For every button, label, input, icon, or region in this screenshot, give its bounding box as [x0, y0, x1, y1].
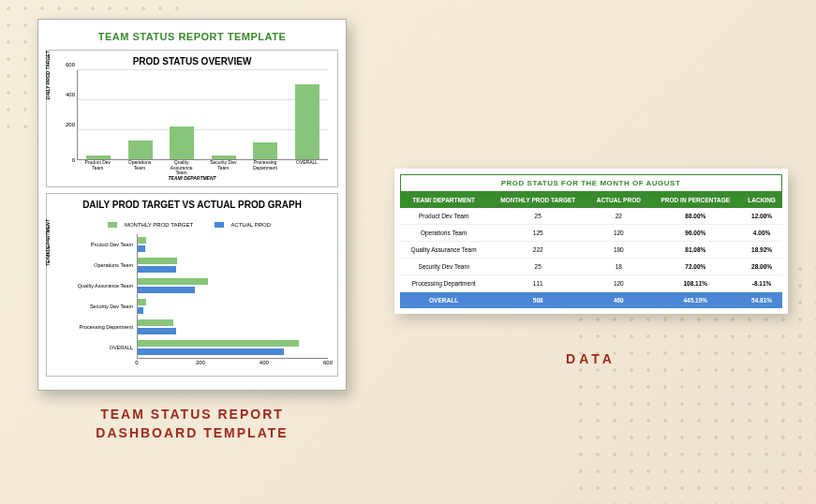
- legend-item: MONTHLY PROD TARGET: [108, 222, 199, 228]
- cell-team: Security Dev Team: [400, 259, 488, 275]
- bar: [295, 84, 319, 159]
- chart1-plot: 0 200 400 600: [77, 70, 328, 173]
- bar: [128, 141, 153, 159]
- chart-prod-status-overview: PROD STATUS OVERVIEW DAILY PROD TARGET 0…: [46, 50, 338, 187]
- chart2-plot: Product Dev Team Operations Team Quality…: [77, 234, 328, 370]
- caption-line: DASHBOARD TEMPLATE: [96, 424, 288, 443]
- xcat: Operations Team: [123, 160, 156, 173]
- table-row: Operations Team 125 120 96.00% 4.00%: [400, 225, 782, 242]
- chart2-title: DAILY PROD TARGET VS ACTUAL PROD GRAPH: [52, 200, 332, 210]
- table-row: Product Dev Team 25 22 88.00% 12.00%: [400, 208, 782, 225]
- th: LACKING: [742, 192, 782, 208]
- cell-pct: 72.00%: [649, 259, 742, 275]
- chart2-bars: Product Dev Team Operations Team Quality…: [137, 234, 328, 359]
- ytick: 600: [66, 62, 75, 67]
- cell-team: Processing Department: [400, 275, 488, 292]
- cell-pct: 96.00%: [649, 225, 742, 242]
- cell-lack: 28.00%: [742, 259, 782, 275]
- legend-label: ACTUAL PROD: [231, 222, 271, 228]
- chart2-xticks: 0 200 400 600: [137, 359, 328, 370]
- table-title: PROD STATUS FOR THE MONTH OF AUGUST: [400, 174, 782, 192]
- xtick: 600: [323, 360, 333, 365]
- ycat: OVERALL: [77, 345, 133, 350]
- th: PROD IN PERCENTAGE: [649, 192, 742, 208]
- footer-actual: 460: [588, 292, 649, 309]
- ytick: 400: [66, 92, 75, 97]
- cell-actual: 120: [588, 225, 649, 242]
- table-body: Product Dev Team 25 22 88.00% 12.00% Ope…: [400, 208, 782, 292]
- data-table-panel: PROD STATUS FOR THE MONTH OF AUGUST TEAM…: [394, 169, 788, 314]
- chart1-yticks: 0 200 400 600: [56, 70, 75, 160]
- ytick: 0: [72, 157, 75, 163]
- caption-line: TEAM STATUS REPORT: [96, 406, 288, 424]
- chart1-xlabels: Product Dev Team Operations Team Quality…: [77, 160, 328, 173]
- table-footer: OVERALL 508 460 445.19% 54.81%: [400, 292, 782, 309]
- table-header: TEAM/ DEPARTMENT MONTHLY PROD TARGET ACT…: [400, 192, 782, 208]
- cell-team: Product Dev Team: [400, 208, 488, 225]
- cell-actual: 22: [588, 208, 649, 225]
- cell-pct: 108.11%: [649, 275, 742, 292]
- hbar-row: Product Dev Team: [137, 234, 328, 255]
- bar: [253, 142, 277, 159]
- cell-target: 125: [488, 225, 588, 242]
- xcat: Quality Assurance Team: [165, 160, 199, 173]
- table-row: Security Dev Team 25 18 72.00% 28.00%: [400, 259, 782, 275]
- footer-lack: 54.81%: [742, 292, 782, 309]
- cell-lack: 4.00%: [742, 225, 782, 242]
- ycat: Processing Department: [77, 324, 133, 330]
- cell-target: 25: [488, 208, 588, 225]
- ycat: Security Dev Team: [77, 304, 133, 309]
- chart2-ylabel: TEAM/DEPARTMENT: [45, 219, 51, 266]
- hbar-row: Security Dev Team: [137, 296, 328, 317]
- xcat: Processing Department: [248, 160, 282, 173]
- ytick: 200: [66, 122, 75, 127]
- ycat: Quality Assurance Team: [77, 283, 133, 289]
- hbar-row: Quality Assurance Team: [137, 275, 328, 296]
- cell-lack: -8.11%: [742, 275, 782, 292]
- chart1-xlabel: TEAM/ DEPARTMENT: [52, 175, 332, 181]
- chart-target-vs-actual: DAILY PROD TARGET VS ACTUAL PROD GRAPH M…: [46, 193, 338, 377]
- report-sheet: TEAM STATUS REPORT TEMPLATE PROD STATUS …: [37, 19, 347, 391]
- cell-team: Quality Assurance Team: [400, 242, 488, 259]
- th: MONTHLY PROD TARGET: [488, 192, 588, 208]
- table-row: Quality Assurance Team 222 180 81.08% 18…: [400, 242, 782, 259]
- bar: [170, 126, 194, 159]
- canvas: TEAM STATUS REPORT TEMPLATE PROD STATUS …: [0, 0, 816, 504]
- cell-pct: 81.08%: [649, 242, 742, 259]
- cell-actual: 180: [588, 242, 649, 259]
- left-caption: TEAM STATUS REPORT DASHBOARD TEMPLATE: [96, 406, 288, 442]
- xcat: OVERALL: [290, 160, 324, 173]
- legend-item: ACTUAL PROD: [215, 222, 276, 228]
- right-caption: DATA: [566, 351, 616, 366]
- prod-status-table: TEAM/ DEPARTMENT MONTHLY PROD TARGET ACT…: [400, 192, 782, 308]
- cell-target: 25: [488, 259, 588, 275]
- hbar-row: Operations Team: [137, 255, 328, 275]
- ycat: Product Dev Team: [77, 242, 133, 247]
- footer-target: 508: [488, 292, 588, 309]
- right-column: PROD STATUS FOR THE MONTH OF AUGUST TEAM…: [393, 19, 788, 485]
- cell-actual: 18: [588, 259, 649, 275]
- footer-pct: 445.19%: [649, 292, 742, 309]
- cell-actual: 120: [588, 275, 649, 292]
- hbar-row: OVERALL: [137, 337, 328, 358]
- xtick: 200: [196, 360, 205, 365]
- cell-pct: 88.00%: [649, 208, 742, 225]
- legend-label: MONTHLY PROD TARGET: [125, 222, 193, 228]
- cell-lack: 18.92%: [742, 242, 782, 259]
- xtick: 0: [135, 360, 138, 365]
- chart1-bars: [77, 70, 328, 160]
- footer-label: OVERALL: [400, 292, 488, 309]
- chart1-title: PROD STATUS OVERVIEW: [52, 56, 332, 67]
- th: ACTUAL PROD: [588, 192, 649, 208]
- cell-target: 222: [488, 242, 588, 259]
- cell-team: Operations Team: [400, 225, 488, 242]
- chart2-legend: MONTHLY PROD TARGET ACTUAL PROD: [52, 214, 332, 230]
- ycat: Operations Team: [77, 262, 133, 268]
- left-column: TEAM STATUS REPORT TEMPLATE PROD STATUS …: [28, 19, 356, 485]
- xcat: Security Dev Team: [206, 160, 240, 173]
- hbar-row: Processing Department: [137, 317, 328, 337]
- sheet-title: TEAM STATUS REPORT TEMPLATE: [46, 31, 338, 42]
- xtick: 400: [260, 360, 269, 365]
- xcat: Product Dev Team: [81, 160, 114, 173]
- table-row: Processing Department 111 120 108.11% -8…: [400, 275, 782, 292]
